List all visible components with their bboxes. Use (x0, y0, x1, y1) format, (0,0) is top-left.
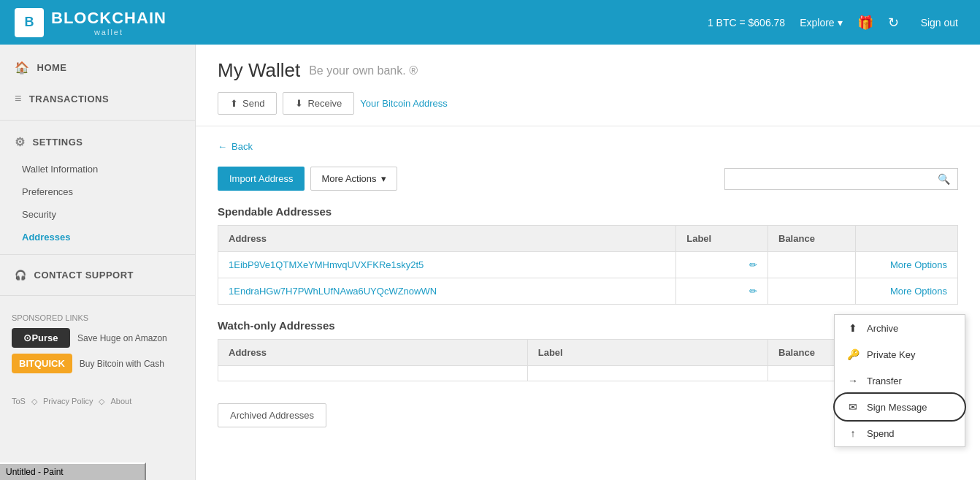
headset-icon: 🎧 (15, 270, 27, 281)
table-row: 1EibP9Ve1QTMXeYMHmvqUVXFKRe1sky2t5 ✏ Mor… (218, 252, 958, 278)
tos-link[interactable]: ToS (12, 397, 26, 406)
col-actions-header (856, 226, 958, 252)
sponsor-bitquick[interactable]: BITQUICK Buy Bitcoin with Cash (12, 354, 183, 373)
dropdown-item-archive[interactable]: ⬆ Archive (835, 315, 965, 341)
archive-label: Archive (867, 323, 898, 334)
sidebar-item-security[interactable]: Security (0, 203, 195, 226)
refresh-icon[interactable]: ↻ (888, 15, 899, 31)
dropdown-item-sign-message[interactable]: ✉ Sign Message (835, 394, 965, 420)
bitquick-logo: BITQUICK (12, 354, 72, 373)
sidebar-footer: ToS ◇ Privacy Policy ◇ About (0, 389, 195, 414)
my-wallet-label: My Wallet (218, 59, 300, 82)
explore-button[interactable]: Explore ▾ (800, 17, 842, 28)
transactions-icon: ≡ (15, 92, 22, 105)
import-address-button[interactable]: Import Address (218, 167, 305, 191)
back-link[interactable]: ← Back (218, 141, 958, 152)
spend-icon: ↑ (846, 427, 860, 439)
spend-label: Spend (867, 428, 895, 439)
watchonly-col-label: Label (527, 340, 767, 366)
sponsored-title: SPONSORED LINKS (12, 313, 183, 322)
col-address-header: Address (218, 226, 676, 252)
taskbar-label: Untitled - Paint (6, 467, 64, 477)
sidebar-item-preferences[interactable]: Preferences (0, 180, 195, 203)
more-options-1[interactable]: More Options (890, 259, 947, 270)
col-label-header: Label (676, 226, 768, 252)
logo-area: B BLOCKCHAIN wallet (15, 8, 166, 37)
header: B BLOCKCHAIN wallet 1 BTC = $606.78 Expl… (0, 0, 980, 45)
spendable-section-title: Spendable Addresses (218, 205, 958, 218)
send-label: Send (242, 98, 264, 109)
more-actions-label: More Actions (321, 173, 376, 184)
sign-message-icon: ✉ (846, 401, 860, 413)
back-label: Back (231, 141, 253, 152)
main-header: My Wallet Be your own bank. ® ⬆ Send ⬇ R… (196, 45, 980, 126)
pencil-icon-2[interactable]: ✏ (749, 286, 757, 297)
gift-icon[interactable]: 🎁 (857, 15, 873, 31)
wallet-title: My Wallet Be your own bank. ® (218, 59, 958, 82)
bitquick-text: Buy Bitcoin with Cash (80, 359, 164, 369)
caret-down-icon: ▾ (381, 173, 386, 184)
receive-icon: ⬇ (295, 98, 303, 109)
more-options-2[interactable]: More Options (890, 286, 947, 297)
address-link-1[interactable]: 1EibP9Ve1QTMXeYMHmvqUVXFKRe1sky2t5 (229, 259, 424, 270)
sidebar-item-addresses[interactable]: Addresses (0, 226, 195, 248)
transfer-icon: → (846, 375, 860, 386)
label-edit-1: ✏ (686, 259, 757, 270)
sponsored-links: SPONSORED LINKS ⊙Purse Save Huge on Amaz… (0, 303, 195, 389)
sponsor-purse[interactable]: ⊙Purse Save Huge on Amazon (12, 328, 183, 348)
more-options-dropdown: ⬆ Archive 🔑 Private Key → Transfer ✉ Sig… (834, 314, 965, 447)
sidebar: 🏠 HOME ≡ TRANSACTIONS ⚙ SETTINGS Wallet … (0, 45, 196, 480)
action-bar: Import Address More Actions ▾ 🔍 (218, 167, 958, 191)
pencil-icon-1[interactable]: ✏ (749, 259, 757, 270)
back-arrow-icon: ← (218, 141, 227, 152)
dropdown-item-transfer[interactable]: → Transfer (835, 367, 965, 394)
sidebar-item-transactions[interactable]: ≡ TRANSACTIONS (0, 83, 195, 114)
taskbar: Untitled - Paint (0, 462, 146, 480)
address-link-2[interactable]: 1EndraHGw7H7PWhLUfNAwa6UYQcWZnowWN (229, 286, 437, 297)
main-content: My Wallet Be your own bank. ® ⬆ Send ⬇ R… (196, 45, 980, 480)
balance-cell-1 (768, 252, 856, 278)
more-actions-button[interactable]: More Actions ▾ (310, 167, 397, 191)
archived-addresses-button[interactable]: Archived Addresses (218, 403, 326, 427)
search-icon: 🔍 (938, 173, 950, 185)
dropdown-item-private-key[interactable]: 🔑 Private Key (835, 341, 965, 367)
purse-logo: ⊙Purse (12, 328, 70, 348)
explore-label: Explore (800, 17, 834, 28)
watchonly-col-address: Address (218, 340, 528, 366)
home-icon: 🏠 (15, 61, 30, 75)
label-edit-2: ✏ (686, 286, 757, 297)
brand-subtitle: wallet (51, 28, 166, 37)
settings-label: SETTINGS (33, 137, 83, 148)
about-link[interactable]: About (110, 397, 131, 406)
sidebar-settings-header: ⚙ SETTINGS (0, 126, 195, 158)
empty-watchonly-row (218, 366, 528, 381)
brand-name: BLOCKCHAIN (51, 9, 166, 27)
receive-button[interactable]: ⬇ Receive (283, 92, 354, 115)
col-balance-header: Balance (768, 226, 856, 252)
purse-text: Save Huge on Amazon (77, 333, 167, 343)
sidebar-item-wallet-information[interactable]: Wallet Information (0, 158, 195, 180)
table-row: 1EndraHGw7H7PWhLUfNAwa6UYQcWZnowWN ✏ Mor… (218, 278, 958, 305)
logo-icon: B (15, 8, 44, 37)
send-button[interactable]: ⬆ Send (218, 92, 277, 115)
sidebar-item-home[interactable]: 🏠 HOME (0, 52, 195, 83)
sign-message-label: Sign Message (867, 402, 927, 413)
privacy-link[interactable]: Privacy Policy (43, 397, 93, 406)
contact-support-item[interactable]: 🎧 CONTACT SUPPORT (0, 261, 195, 289)
settings-icon: ⚙ (15, 135, 26, 149)
spendable-addresses-table: Address Label Balance 1EibP9Ve1QTMXeYMHm… (218, 225, 958, 305)
bitcoin-address-link[interactable]: Your Bitcoin Address (360, 98, 447, 109)
balance-cell-2 (768, 278, 856, 305)
receive-label: Receive (307, 98, 342, 109)
btc-price: 1 BTC = $606.78 (708, 17, 785, 28)
dropdown-item-spend[interactable]: ↑ Spend (835, 420, 965, 446)
search-box[interactable]: 🔍 (724, 168, 958, 190)
transfer-label: Transfer (867, 376, 902, 386)
search-input[interactable] (732, 173, 938, 184)
action-bar-left: Import Address More Actions ▾ (218, 167, 397, 191)
contact-support-label: CONTACT SUPPORT (34, 270, 134, 281)
chevron-down-icon: ▾ (838, 17, 843, 28)
send-icon: ⬆ (230, 98, 238, 109)
signout-button[interactable]: Sign out (914, 17, 965, 28)
sidebar-home-label: HOME (37, 62, 67, 73)
